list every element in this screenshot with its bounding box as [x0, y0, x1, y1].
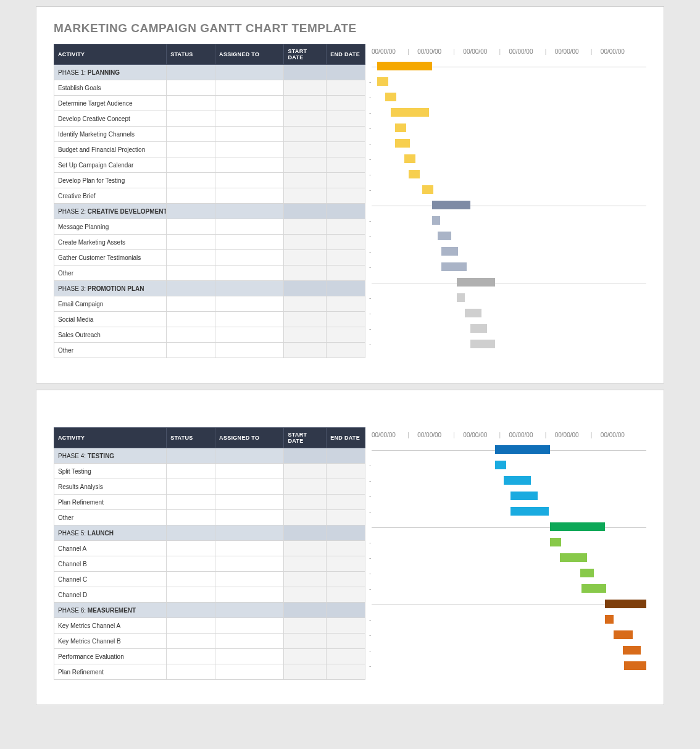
- start-date-cell[interactable]: [284, 603, 327, 618]
- status-cell[interactable]: [167, 235, 215, 250]
- activity-cell[interactable]: PHASE 1: PLANNING: [54, 65, 167, 80]
- start-date-cell[interactable]: [284, 65, 327, 80]
- status-cell[interactable]: [167, 649, 215, 664]
- status-cell[interactable]: [167, 634, 215, 649]
- assigned-cell[interactable]: [215, 96, 284, 111]
- end-date-cell[interactable]: [327, 327, 365, 343]
- activity-cell[interactable]: PHASE 5: LAUNCH: [54, 525, 167, 541]
- assigned-cell[interactable]: [215, 173, 284, 188]
- assigned-cell[interactable]: [215, 664, 284, 680]
- end-date-cell[interactable]: [327, 266, 365, 281]
- status-cell[interactable]: [167, 525, 215, 541]
- activity-cell[interactable]: Channel D: [54, 587, 167, 603]
- start-date-cell[interactable]: [284, 204, 327, 219]
- start-date-cell[interactable]: [284, 219, 327, 235]
- end-date-cell[interactable]: [327, 510, 365, 525]
- end-date-cell[interactable]: [327, 541, 365, 556]
- activity-cell[interactable]: Sales Outreach: [54, 327, 167, 343]
- end-date-cell[interactable]: [327, 204, 365, 219]
- status-cell[interactable]: [167, 495, 215, 510]
- assigned-cell[interactable]: [215, 556, 284, 572]
- status-cell[interactable]: [167, 266, 215, 281]
- activity-cell[interactable]: Create Marketing Assets: [54, 235, 167, 250]
- activity-cell[interactable]: Channel B: [54, 556, 167, 572]
- status-cell[interactable]: [167, 464, 215, 479]
- status-cell[interactable]: [167, 204, 215, 219]
- end-date-cell[interactable]: [327, 634, 365, 649]
- assigned-cell[interactable]: [215, 618, 284, 634]
- activity-cell[interactable]: Key Metrics Channel A: [54, 618, 167, 634]
- activity-cell[interactable]: Email Campaign: [54, 296, 167, 312]
- end-date-cell[interactable]: [327, 312, 365, 327]
- activity-cell[interactable]: Performance Evaluation: [54, 649, 167, 664]
- assigned-cell[interactable]: [215, 157, 284, 173]
- activity-cell[interactable]: Results Analysis: [54, 479, 167, 495]
- status-cell[interactable]: [167, 65, 215, 80]
- assigned-cell[interactable]: [215, 343, 284, 358]
- assigned-cell[interactable]: [215, 281, 284, 296]
- end-date-cell[interactable]: [327, 250, 365, 266]
- start-date-cell[interactable]: [284, 634, 327, 649]
- start-date-cell[interactable]: [284, 495, 327, 510]
- status-cell[interactable]: [167, 587, 215, 603]
- status-cell[interactable]: [167, 541, 215, 556]
- start-date-cell[interactable]: [284, 448, 327, 464]
- activity-cell[interactable]: Develop Creative Concept: [54, 111, 167, 127]
- assigned-cell[interactable]: [215, 111, 284, 127]
- end-date-cell[interactable]: [327, 495, 365, 510]
- activity-cell[interactable]: Determine Target Audience: [54, 96, 167, 111]
- end-date-cell[interactable]: [327, 448, 365, 464]
- start-date-cell[interactable]: [284, 281, 327, 296]
- end-date-cell[interactable]: [327, 572, 365, 587]
- assigned-cell[interactable]: [215, 495, 284, 510]
- activity-cell[interactable]: Channel A: [54, 541, 167, 556]
- activity-cell[interactable]: Creative Brief: [54, 188, 167, 204]
- assigned-cell[interactable]: [215, 250, 284, 266]
- end-date-cell[interactable]: [327, 281, 365, 296]
- status-cell[interactable]: [167, 80, 215, 96]
- activity-cell[interactable]: Message Planning: [54, 219, 167, 235]
- start-date-cell[interactable]: [284, 587, 327, 603]
- assigned-cell[interactable]: [215, 634, 284, 649]
- assigned-cell[interactable]: [215, 235, 284, 250]
- end-date-cell[interactable]: [327, 343, 365, 358]
- status-cell[interactable]: [167, 219, 215, 235]
- status-cell[interactable]: [167, 157, 215, 173]
- end-date-cell[interactable]: [327, 219, 365, 235]
- start-date-cell[interactable]: [284, 235, 327, 250]
- end-date-cell[interactable]: [327, 296, 365, 312]
- assigned-cell[interactable]: [215, 80, 284, 96]
- assigned-cell[interactable]: [215, 312, 284, 327]
- status-cell[interactable]: [167, 281, 215, 296]
- start-date-cell[interactable]: [284, 96, 327, 111]
- assigned-cell[interactable]: [215, 204, 284, 219]
- end-date-cell[interactable]: [327, 649, 365, 664]
- activity-cell[interactable]: Identify Marketing Channels: [54, 127, 167, 142]
- end-date-cell[interactable]: [327, 525, 365, 541]
- activity-cell[interactable]: Develop Plan for Testing: [54, 173, 167, 188]
- activity-cell[interactable]: Split Testing: [54, 464, 167, 479]
- status-cell[interactable]: [167, 327, 215, 343]
- end-date-cell[interactable]: [327, 618, 365, 634]
- activity-cell[interactable]: Gather Customer Testimonials: [54, 250, 167, 266]
- assigned-cell[interactable]: [215, 603, 284, 618]
- start-date-cell[interactable]: [284, 327, 327, 343]
- status-cell[interactable]: [167, 173, 215, 188]
- status-cell[interactable]: [167, 343, 215, 358]
- assigned-cell[interactable]: [215, 479, 284, 495]
- end-date-cell[interactable]: [327, 142, 365, 157]
- start-date-cell[interactable]: [284, 664, 327, 680]
- start-date-cell[interactable]: [284, 649, 327, 664]
- activity-cell[interactable]: Key Metrics Channel B: [54, 634, 167, 649]
- end-date-cell[interactable]: [327, 464, 365, 479]
- end-date-cell[interactable]: [327, 157, 365, 173]
- assigned-cell[interactable]: [215, 142, 284, 157]
- start-date-cell[interactable]: [284, 250, 327, 266]
- start-date-cell[interactable]: [284, 618, 327, 634]
- status-cell[interactable]: [167, 96, 215, 111]
- assigned-cell[interactable]: [215, 464, 284, 479]
- status-cell[interactable]: [167, 572, 215, 587]
- activity-cell[interactable]: Set Up Campaign Calendar: [54, 157, 167, 173]
- start-date-cell[interactable]: [284, 510, 327, 525]
- activity-cell[interactable]: Budget and Financial Projection: [54, 142, 167, 157]
